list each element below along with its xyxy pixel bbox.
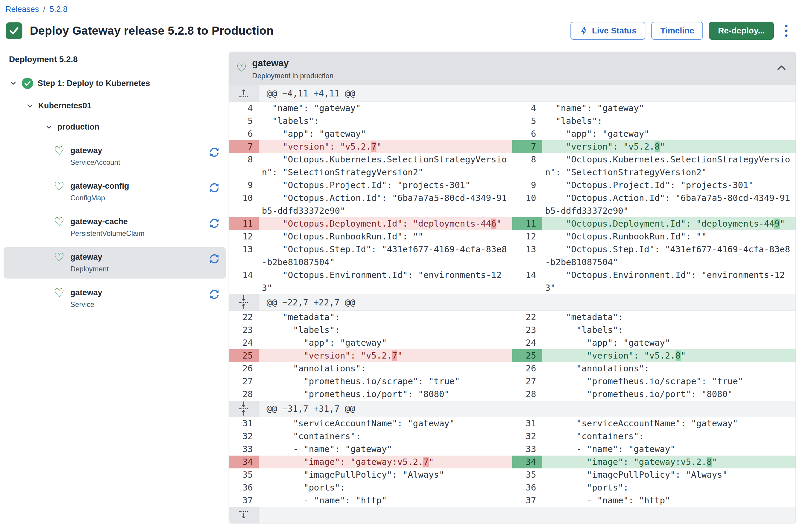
- expand-up-button[interactable]: ↑: [229, 86, 259, 101]
- old-line-content: "Octopus.Deployment.Id": "deployments-44…: [259, 217, 512, 230]
- resource-name: gateway-config: [71, 182, 129, 191]
- diff-line-27: 27 "prometheus.io/scrape": "true"27 "pro…: [229, 375, 796, 388]
- old-line-number: 6: [229, 128, 259, 140]
- lightning-icon: [579, 26, 588, 35]
- tree-step-row[interactable]: Step 1: Deploy to Kubernetes: [9, 77, 229, 89]
- collapse-panel-button[interactable]: [777, 64, 787, 72]
- new-line-content: "ports":: [542, 481, 796, 494]
- deployment-tree-sidebar: Deployment 5.2.8 Step 1: Deploy to Kuber…: [0, 52, 229, 318]
- old-line-content: "metadata":: [259, 311, 512, 324]
- new-line-content: "app": "gateway": [542, 128, 796, 140]
- hunk-header-row: ↓↑@@ −31,7 +31,7 @@: [229, 401, 796, 417]
- resource-name: gateway: [71, 146, 120, 155]
- new-line-content: "serviceAccountName": "gateway": [542, 417, 796, 430]
- new-line-number: 23: [512, 324, 542, 337]
- breadcrumb-separator: /: [43, 5, 46, 14]
- diff-line-11: 11 "Octopus.Deployment.Id": "deployments…: [229, 217, 796, 230]
- resource-item-service[interactable]: ♡gatewayService: [4, 283, 226, 314]
- old-line-number: 23: [229, 324, 259, 337]
- old-line-content: "imagePullPolicy": "Always": [259, 469, 512, 481]
- new-line-content: "image": "gateway:v5.2.8": [542, 456, 796, 469]
- old-line-content: "containers":: [259, 430, 512, 443]
- new-line-number: 36: [512, 481, 542, 494]
- new-line-number: 14: [512, 269, 542, 294]
- breadcrumb-releases-link[interactable]: Releases: [5, 5, 39, 14]
- new-line-number: 27: [512, 375, 542, 388]
- breadcrumb-version-link[interactable]: 5.2.8: [50, 5, 68, 14]
- healthy-heart-icon: ♡: [54, 287, 64, 298]
- overflow-menu-button[interactable]: [780, 22, 793, 39]
- new-line-number: 26: [512, 362, 542, 375]
- chevron-down-icon[interactable]: [26, 102, 34, 110]
- old-line-number: 8: [229, 153, 259, 179]
- old-line-number: 22: [229, 311, 259, 324]
- diff-line-13: 13 "Octopus.Step.Id": "431ef677-4169-4cf…: [229, 243, 796, 269]
- new-line-number: 31: [512, 417, 542, 430]
- resource-text: gateway-configConfigMap: [71, 182, 129, 202]
- old-line-content: "version": "v5.2.7": [259, 349, 512, 362]
- new-line-number: 37: [512, 494, 542, 507]
- chevron-down-icon[interactable]: [9, 79, 17, 88]
- resource-name: gateway: [71, 252, 109, 262]
- resource-text: gatewayService: [71, 288, 102, 309]
- new-line-content: "version": "v5.2.8": [542, 140, 796, 153]
- footer-filler: [259, 507, 796, 523]
- old-line-number: 5: [229, 115, 259, 128]
- new-line-number: 11: [512, 217, 542, 230]
- timeline-button[interactable]: Timeline: [651, 22, 703, 40]
- diff-panel: ♡ gateway Deployment in production ↑@@ −…: [229, 52, 796, 523]
- old-line-content: "Octopus.Project.Id": "projects-301": [259, 179, 512, 192]
- new-line-content: "name": "gateway": [542, 102, 796, 115]
- resource-item-configmap[interactable]: ♡gateway-configConfigMap: [4, 176, 226, 208]
- hunk-header-text: @@ −4,11 +4,11 @@: [259, 86, 796, 101]
- inline-change-highlight: 7: [392, 350, 397, 361]
- new-line-content: "Octopus.Kubernetes.SelectionStrategyVer…: [542, 153, 796, 179]
- tree-namespace-label: production: [57, 122, 99, 132]
- deployment-success-icon: [5, 22, 23, 39]
- new-line-content: "prometheus.io/scrape": "true": [542, 375, 796, 388]
- sync-icon[interactable]: [209, 147, 220, 159]
- sync-icon[interactable]: [209, 182, 220, 195]
- new-line-number: 13: [512, 243, 542, 269]
- new-line-number: 7: [512, 140, 542, 153]
- chevron-down-icon[interactable]: [45, 123, 53, 131]
- old-line-content: "labels":: [259, 115, 512, 128]
- new-line-content: "annotations":: [542, 362, 796, 375]
- old-line-content: "serviceAccountName": "gateway": [259, 417, 512, 430]
- resource-item-deployment[interactable]: ♡gatewayDeployment: [4, 247, 226, 279]
- old-line-number: 26: [229, 362, 259, 375]
- old-line-content: "version": "v5.2.7": [259, 140, 512, 153]
- expand-both-button[interactable]: ↓↑: [229, 401, 259, 417]
- live-status-button[interactable]: Live Status: [571, 22, 645, 40]
- diff-line-4: 4 "name": "gateway"4 "name": "gateway": [229, 102, 796, 115]
- sync-icon[interactable]: [209, 289, 220, 301]
- tree-cluster-row[interactable]: Kubernetes01: [26, 101, 229, 111]
- new-line-content: "metadata":: [542, 311, 796, 324]
- redeploy-button[interactable]: Re-deploy...: [709, 22, 774, 40]
- live-status-label: Live Status: [592, 26, 636, 36]
- tree-namespace-row[interactable]: production: [45, 122, 229, 132]
- hunk-header-row: ↓↑@@ −22,7 +22,7 @@: [229, 294, 796, 311]
- sync-icon[interactable]: [209, 217, 220, 230]
- diff-line-31: 31 "serviceAccountName": "gateway"31 "se…: [229, 417, 796, 430]
- expand-down-button[interactable]: ↓: [229, 507, 259, 523]
- inline-change-highlight: 6: [491, 218, 496, 229]
- old-line-number: 4: [229, 102, 259, 115]
- old-line-number: 24: [229, 337, 259, 349]
- sidebar-title: Deployment 5.2.8: [9, 55, 229, 64]
- expand-both-button[interactable]: ↓↑: [229, 294, 259, 310]
- new-line-number: 35: [512, 469, 542, 481]
- new-line-number: 8: [512, 153, 542, 179]
- old-line-number: 12: [229, 230, 259, 243]
- new-line-content: "version": "v5.2.8": [542, 349, 796, 362]
- diff-line-22: 22 "metadata":22 "metadata":: [229, 311, 796, 324]
- resource-name: gateway-cache: [71, 217, 145, 226]
- resource-list: ♡gatewayServiceAccount♡gateway-configCon…: [9, 140, 229, 314]
- diff-panel-subtitle: Deployment in production: [252, 72, 333, 80]
- new-line-number: 10: [512, 192, 542, 217]
- resource-item-persistentvolumeclaim[interactable]: ♡gateway-cachePersistentVolumeClaim: [4, 212, 226, 243]
- resource-kind: PersistentVolumeClaim: [71, 229, 145, 238]
- resource-item-serviceaccount[interactable]: ♡gatewayServiceAccount: [4, 140, 226, 172]
- sync-icon[interactable]: [209, 253, 220, 266]
- new-line-number: 9: [512, 179, 542, 192]
